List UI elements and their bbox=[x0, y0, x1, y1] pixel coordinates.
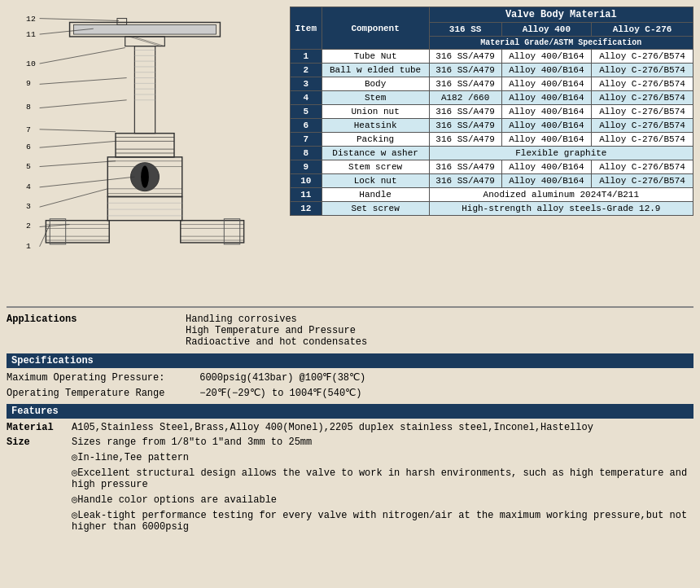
table-row: 6Heatsink316 SS/A479Alloy 400/B164Alloy … bbox=[291, 119, 693, 133]
table-area: Item Component Valve Body Material 316 S… bbox=[290, 7, 693, 300]
row-item-num: 3 bbox=[291, 77, 322, 91]
row-alloy400: Alloy 400/B164 bbox=[501, 160, 592, 174]
row-component: Distance w asher bbox=[322, 147, 429, 160]
structural-value: ◎Excellent structural design allows the … bbox=[72, 467, 693, 490]
svg-text:11: 11 bbox=[26, 30, 36, 39]
row-component: Packing bbox=[322, 133, 429, 147]
row-component: Handle bbox=[322, 188, 429, 202]
row-ss: 316 SS/A479 bbox=[429, 160, 501, 174]
table-row: 4StemA182 /660Alloy 400/B164Alloy C-276/… bbox=[291, 91, 693, 105]
spec-value-2: −20℉(−29℃) to 1004℉(540℃) bbox=[199, 388, 361, 399]
svg-line-17 bbox=[133, 37, 164, 46]
row-component: Union nut bbox=[322, 105, 429, 119]
sub-header: Material Grade/ASTM Specification bbox=[429, 37, 693, 50]
table-row: 8Distance w asherFlexible graphite bbox=[291, 147, 693, 160]
svg-text:9: 9 bbox=[26, 79, 31, 88]
row-alloy400: Alloy 400/B164 bbox=[501, 119, 592, 133]
row-alloyC: Alloy C-276/B574 bbox=[592, 91, 693, 105]
row-ss: 316 SS/A479 bbox=[429, 50, 501, 64]
row-ss: 316 SS/A479 bbox=[429, 119, 501, 133]
row-alloyC: Alloy C-276/B574 bbox=[592, 119, 693, 133]
material-value: A105,Stainless Steel,Brass,Alloy 400(Mon… bbox=[72, 422, 693, 433]
svg-rect-29 bbox=[116, 134, 174, 157]
specifications-title: Specifications bbox=[7, 353, 693, 368]
row-alloy400: Alloy 400/B164 bbox=[501, 91, 592, 105]
table-row: 9Stem screw316 SS/A479Alloy 400/B164Allo… bbox=[291, 160, 693, 174]
app-line-3: Radioactive and hot condensates bbox=[186, 336, 693, 348]
app-line-2: High Temperature and Pressure bbox=[186, 325, 693, 336]
svg-line-16 bbox=[129, 37, 161, 46]
material-label: Material bbox=[7, 422, 72, 433]
features-leak: ◎Leak-tight performance testing for ever… bbox=[7, 507, 693, 534]
row-ss: 316 SS/A479 bbox=[429, 64, 501, 77]
svg-rect-13 bbox=[73, 24, 216, 34]
row-material-span: High-strength alloy steels-Grade 12.9 bbox=[429, 202, 693, 216]
table-row: 5Union nut316 SS/A479Alloy 400/B164Alloy… bbox=[291, 105, 693, 119]
row-item-num: 7 bbox=[291, 133, 322, 147]
table-row: 7Packing316 SS/A479Alloy 400/B164Alloy C… bbox=[291, 133, 693, 147]
bottom-section: Applications Handling corrosives High Te… bbox=[0, 306, 700, 541]
row-item-num: 10 bbox=[291, 174, 322, 188]
size-label: Size bbox=[7, 437, 72, 448]
row-component: Stem screw bbox=[322, 160, 429, 174]
row-alloy400: Alloy 400/B164 bbox=[501, 64, 592, 77]
row-component: Heatsink bbox=[322, 119, 429, 133]
svg-point-40 bbox=[141, 166, 149, 188]
row-item-num: 8 bbox=[291, 147, 322, 160]
svg-line-68 bbox=[40, 225, 50, 247]
row-alloyC: Alloy C-276/B574 bbox=[592, 174, 693, 188]
svg-rect-14 bbox=[117, 19, 127, 25]
row-alloy400: Alloy 400/B164 bbox=[501, 105, 592, 119]
row-alloy400: Alloy 400/B164 bbox=[501, 77, 592, 91]
col-316ss: 316 SS bbox=[429, 23, 501, 37]
spec-label-1: Maximum Operating Pressure: bbox=[7, 372, 194, 384]
svg-text:10: 10 bbox=[26, 59, 36, 68]
size-value: Sizes range from 1/8″to 1″and 3mm to 25m… bbox=[72, 437, 693, 448]
diagram-area: 12 11 10 9 8 7 6 5 4 3 2 1 bbox=[7, 7, 283, 300]
col-valve-body: Valve Body Material bbox=[429, 7, 693, 23]
row-alloyC: Alloy C-276/B574 bbox=[592, 133, 693, 147]
row-item-num: 5 bbox=[291, 105, 322, 119]
col-component: Component bbox=[322, 7, 429, 50]
spec-row-1: Maximum Operating Pressure: 6000psig(413… bbox=[7, 370, 693, 385]
svg-line-62 bbox=[40, 129, 116, 132]
row-alloyC: Alloy C-276/B574 bbox=[592, 77, 693, 91]
features-handle: ◎Handle color options are available bbox=[7, 492, 693, 507]
handle-label bbox=[7, 494, 72, 506]
applications-row: Applications Handling corrosives High Te… bbox=[7, 311, 693, 350]
inline-value: ◎In-line,Tee pattern bbox=[72, 451, 693, 463]
app-line-1: Handling corrosives bbox=[186, 314, 693, 325]
svg-text:7: 7 bbox=[26, 125, 31, 134]
row-alloy400: Alloy 400/B164 bbox=[501, 174, 592, 188]
handle-value: ◎Handle color options are available bbox=[72, 494, 693, 506]
row-item-num: 11 bbox=[291, 188, 322, 202]
row-ss: 316 SS/A479 bbox=[429, 133, 501, 147]
top-section: 12 11 10 9 8 7 6 5 4 3 2 1 bbox=[0, 0, 700, 303]
row-component: Stem bbox=[322, 91, 429, 105]
valve-diagram: 12 11 10 9 8 7 6 5 4 3 2 1 bbox=[19, 7, 271, 300]
svg-line-60 bbox=[40, 78, 127, 85]
svg-rect-18 bbox=[134, 46, 155, 134]
spec-value-1: 6000psig(413bar) @100℉(38℃) bbox=[199, 372, 365, 384]
features-title: Features bbox=[7, 404, 693, 419]
svg-line-61 bbox=[40, 100, 127, 108]
svg-text:1: 1 bbox=[26, 242, 31, 251]
svg-text:6: 6 bbox=[26, 143, 31, 151]
table-row: 12Set screwHigh-strength alloy steels-Gr… bbox=[291, 202, 693, 216]
svg-rect-51 bbox=[107, 197, 182, 221]
row-alloyC: Alloy C-276/B574 bbox=[592, 105, 693, 119]
svg-text:4: 4 bbox=[26, 182, 31, 191]
structural-label bbox=[7, 467, 72, 490]
row-ss: 316 SS/A479 bbox=[429, 105, 501, 119]
table-row: 1Tube Nut316 SS/A479Alloy 400/B164Alloy … bbox=[291, 50, 693, 64]
inline-label bbox=[7, 451, 72, 463]
svg-line-63 bbox=[40, 141, 116, 147]
row-alloy400: Alloy 400/B164 bbox=[501, 133, 592, 147]
row-component: Tube Nut bbox=[322, 50, 429, 64]
row-material-span: Flexible graphite bbox=[429, 147, 693, 160]
table-row: 2Ball w elded tube316 SS/A479Alloy 400/B… bbox=[291, 64, 693, 77]
svg-rect-41 bbox=[46, 221, 109, 243]
svg-line-66 bbox=[40, 189, 108, 207]
spec-label-2: Operating Temperature Range bbox=[7, 388, 194, 399]
row-component: Body bbox=[322, 77, 429, 91]
